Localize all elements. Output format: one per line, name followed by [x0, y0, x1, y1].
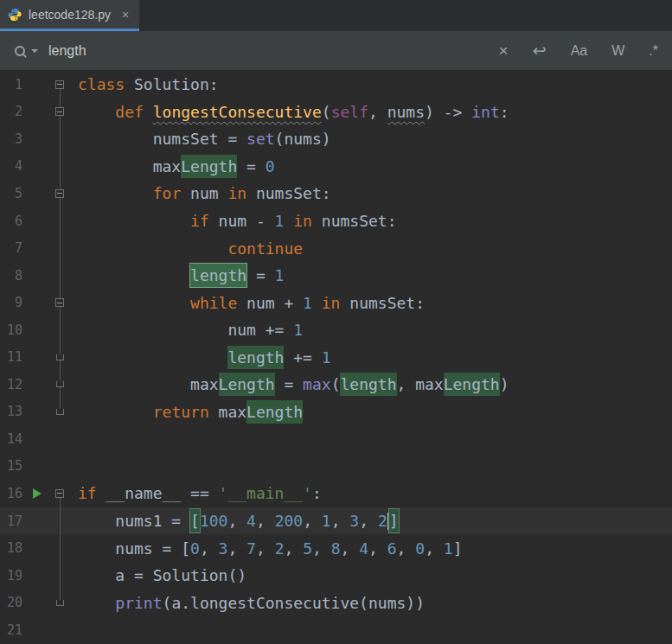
- code-line[interactable]: 2 def longestConsecutive(self, nums) -> …: [0, 99, 672, 126]
- tab-close-icon[interactable]: ×: [122, 9, 129, 21]
- fold-start-icon[interactable]: [55, 107, 64, 116]
- code-token: 2: [378, 512, 387, 530]
- code-line[interactable]: 3 numsSet = set(nums): [0, 125, 672, 153]
- line-number[interactable]: 5: [0, 186, 22, 201]
- code-line[interactable]: 8 length = 1: [0, 262, 672, 290]
- code-line[interactable]: 13 return maxLength: [0, 399, 672, 426]
- code-token: max: [209, 403, 246, 421]
- code-text: numsSet = set(nums): [67, 130, 331, 148]
- code-token: 4: [246, 512, 256, 530]
- search-match-highlight: length: [227, 346, 284, 369]
- fold-start-icon[interactable]: [55, 489, 64, 498]
- gutter-fold-column: [52, 180, 67, 207]
- search-input[interactable]: length: [38, 43, 228, 59]
- search-query-text: length: [48, 43, 86, 59]
- code-line[interactable]: 6 if num - 1 in numsSet:: [0, 207, 672, 235]
- line-number[interactable]: 19: [0, 568, 22, 583]
- tab-leetcode128[interactable]: leetcode128.py ×: [0, 0, 139, 31]
- fold-end-icon[interactable]: [56, 381, 64, 387]
- code-token: [144, 103, 153, 121]
- clear-search-icon[interactable]: ×: [499, 42, 509, 59]
- code-line[interactable]: 16if __name__ == '__main__':: [0, 480, 672, 507]
- code-line[interactable]: 19 a = Solution(): [0, 562, 672, 590]
- line-number[interactable]: 10: [0, 322, 22, 338]
- code-line[interactable]: 14: [0, 425, 672, 453]
- code-token: =: [275, 375, 304, 393]
- line-number[interactable]: 14: [0, 431, 22, 447]
- gutter-fold-column: [52, 207, 67, 235]
- line-number[interactable]: 7: [0, 240, 22, 256]
- line-number[interactable]: 4: [0, 158, 22, 174]
- fold-start-icon[interactable]: [55, 189, 64, 198]
- bracket-highlight: ]: [389, 509, 399, 532]
- code-line[interactable]: 21: [0, 616, 672, 644]
- gutter-fold-column: [52, 289, 67, 316]
- gutter-fold-column: [52, 316, 67, 344]
- line-number[interactable]: 21: [0, 622, 22, 638]
- gutter-fold-column: [52, 480, 67, 507]
- code-line[interactable]: 17 nums1 = [100, 4, 200, 1, 3, 2]: [0, 507, 672, 535]
- code-line[interactable]: 18 nums = [0, 3, 7, 2, 5, 8, 4, 6, 0, 1]: [0, 534, 672, 562]
- whole-words-toggle[interactable]: W: [611, 44, 624, 58]
- line-number[interactable]: 2: [0, 104, 22, 119]
- line-number[interactable]: 15: [0, 458, 22, 474]
- code-token: continue: [227, 239, 303, 258]
- python-file-icon: [8, 8, 22, 22]
- gutter-fold-column: [52, 153, 67, 181]
- code-token: (: [322, 103, 331, 121]
- search-icon[interactable]: [14, 44, 28, 58]
- gutter-fold-column: [52, 99, 67, 126]
- line-number[interactable]: 9: [0, 295, 22, 310]
- editor-lines[interactable]: 1class Solution:2 def longestConsecutive…: [0, 71, 672, 643]
- fold-end-icon[interactable]: [56, 409, 64, 415]
- line-number[interactable]: 6: [0, 214, 22, 229]
- code-line[interactable]: 15: [0, 453, 672, 481]
- code-token: class: [78, 75, 125, 93]
- code-token: [78, 348, 227, 367]
- code-token: num: [181, 184, 227, 202]
- code-token: ,: [425, 539, 444, 558]
- code-line[interactable]: 10 num += 1: [0, 316, 672, 344]
- line-number[interactable]: 20: [0, 595, 22, 610]
- code-token: 6: [387, 539, 397, 558]
- code-line[interactable]: 20 print(a.longestConsecutive(nums)): [0, 589, 672, 616]
- code-token: 8: [331, 539, 341, 558]
- code-line[interactable]: 7 continue: [0, 234, 672, 262]
- regex-toggle[interactable]: .*: [649, 44, 658, 58]
- line-number[interactable]: 11: [0, 349, 22, 365]
- code-line[interactable]: 4 maxLength = 0: [0, 153, 672, 181]
- line-number[interactable]: 18: [0, 540, 22, 556]
- code-token: 3: [219, 539, 228, 558]
- line-number[interactable]: 17: [0, 513, 22, 529]
- code-token: ,: [312, 539, 331, 558]
- fold-start-icon[interactable]: [55, 80, 64, 89]
- line-number[interactable]: 12: [0, 377, 22, 392]
- line-number[interactable]: 3: [0, 131, 22, 147]
- line-number[interactable]: 13: [0, 404, 22, 419]
- gutter-fold-column: [52, 262, 67, 290]
- gutter-fold-column: [52, 616, 67, 644]
- newline-icon[interactable]: ↩: [533, 42, 547, 59]
- search-history-dropdown-icon[interactable]: [31, 49, 38, 53]
- fold-start-icon[interactable]: [55, 298, 64, 307]
- code-line[interactable]: 12 maxLength = max(length, maxLength): [0, 371, 672, 399]
- fold-end-icon[interactable]: [56, 600, 64, 606]
- code-line[interactable]: 9 while num + 1 in numsSet:: [0, 289, 672, 316]
- code-token: ,: [397, 539, 416, 558]
- line-number[interactable]: 8: [0, 268, 22, 284]
- code-token: =: [246, 266, 275, 284]
- code-token: in: [322, 294, 341, 312]
- fold-end-icon[interactable]: [56, 354, 64, 360]
- line-number[interactable]: 1: [0, 77, 22, 92]
- code-line[interactable]: 1class Solution:: [0, 71, 672, 99]
- line-number[interactable]: 16: [0, 486, 22, 501]
- run-icon[interactable]: [33, 488, 42, 499]
- code-line[interactable]: 5 for num in numsSet:: [0, 180, 672, 207]
- code-token: set: [246, 130, 275, 148]
- code-token: ,: [227, 512, 246, 530]
- match-case-toggle[interactable]: Aa: [571, 44, 588, 58]
- code-token: 1: [322, 512, 331, 530]
- code-line[interactable]: 11 length += 1: [0, 343, 672, 371]
- code-token: ,: [303, 512, 322, 530]
- gutter-fold-column: [52, 343, 67, 371]
